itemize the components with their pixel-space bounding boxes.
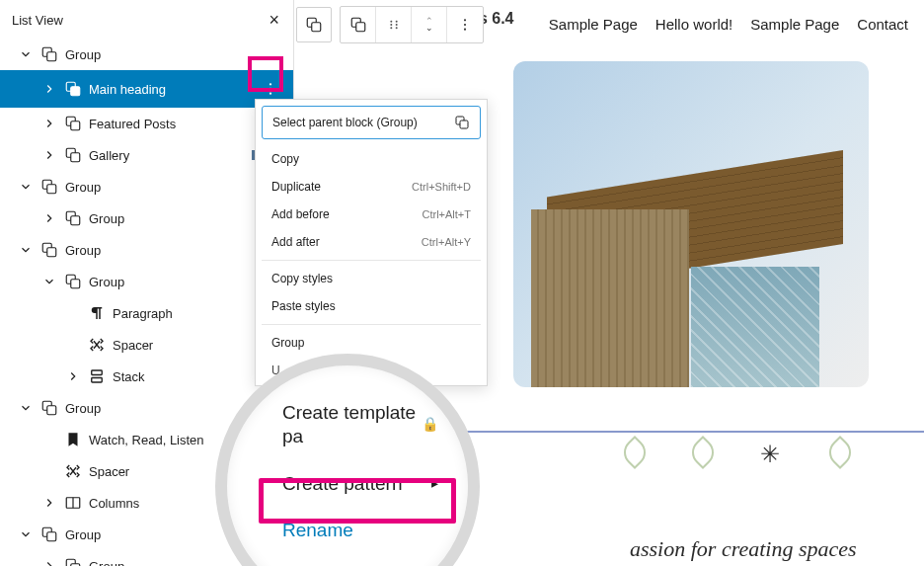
spacer — [65, 337, 81, 353]
menu-label: Paste styles — [271, 299, 336, 313]
chevron-right-icon[interactable] — [41, 558, 57, 566]
toolbar-drag-handle[interactable] — [376, 7, 412, 42]
svg-rect-1 — [47, 52, 56, 61]
menu-copy[interactable]: Copy — [262, 145, 481, 173]
nav-link[interactable]: Sample Page — [549, 16, 638, 33]
group-icon — [63, 145, 83, 165]
menu-label: Rename — [282, 519, 353, 542]
tree-item[interactable]: Group — [0, 202, 293, 234]
kbd-shortcut: Ctrl+Shift+D — [412, 181, 471, 193]
svg-rect-47 — [460, 121, 468, 128]
select-parent-block-button[interactable]: Select parent block (Group) — [262, 106, 481, 139]
group-icon — [39, 177, 59, 197]
menu-rename[interactable]: Rename — [282, 507, 438, 554]
tree-item[interactable]: Main heading — [0, 70, 293, 108]
list-view-header: List View × — [0, 0, 293, 39]
chevron-right-icon[interactable] — [41, 81, 57, 97]
tree-item[interactable]: Paragraph — [0, 297, 293, 329]
hero-image — [513, 61, 869, 387]
menu-label: Copy — [271, 152, 299, 166]
leaf-icon — [686, 436, 720, 469]
tree-item[interactable]: Group — [0, 266, 293, 297]
stack-icon — [87, 366, 107, 386]
svg-point-6 — [270, 93, 271, 95]
svg-point-43 — [464, 19, 466, 21]
menu-move-to[interactable]: Move to — [282, 554, 438, 566]
svg-rect-12 — [47, 185, 56, 194]
svg-point-40 — [395, 24, 397, 26]
toolbar-parent-block-button[interactable] — [296, 7, 332, 42]
block-options-menu: Select parent block (Group) Copy Duplica… — [255, 99, 488, 386]
chevron-right-icon[interactable] — [41, 210, 57, 226]
svg-rect-3 — [71, 87, 80, 96]
svg-rect-18 — [71, 280, 80, 288]
menu-duplicate[interactable]: DuplicateCtrl+Shift+D — [262, 173, 481, 201]
menu-label: Group — [271, 336, 304, 350]
svg-rect-36 — [355, 23, 364, 32]
svg-rect-24 — [47, 406, 56, 415]
menu-label: Create template pa — [282, 401, 422, 448]
chevron-down-icon[interactable] — [18, 400, 34, 416]
chevron-down-icon[interactable] — [18, 179, 34, 195]
chevron-down-icon[interactable] — [41, 274, 57, 289]
submenu-arrow-icon: ▸ — [431, 475, 438, 493]
menu-paste-styles[interactable]: Paste styles — [262, 292, 481, 320]
list-view-title: List View — [12, 13, 63, 28]
svg-rect-30 — [47, 532, 56, 541]
nav-link[interactable]: Contact — [857, 16, 908, 33]
tree-item[interactable]: Group — [0, 234, 293, 266]
tree-item[interactable]: Spacer — [0, 329, 293, 361]
chevron-right-icon[interactable] — [41, 147, 57, 163]
group-icon — [63, 556, 83, 566]
group-icon — [454, 115, 470, 130]
menu-copy-styles[interactable]: Copy styles — [262, 265, 481, 292]
tree-item[interactable]: Stack — [0, 361, 293, 392]
tree-item[interactable]: Gallery — [0, 139, 293, 171]
group-icon — [63, 114, 83, 133]
bookmark-icon — [63, 430, 83, 449]
toolbar-move-buttons[interactable]: ⌃⌄ — [412, 7, 447, 42]
chevron-down-icon[interactable] — [18, 526, 34, 542]
tagline-text: assion for creating spaces — [630, 536, 857, 562]
toolbar-more-button[interactable] — [447, 7, 483, 42]
menu-add-after[interactable]: Add afterCtrl+Alt+Y — [262, 228, 481, 256]
svg-point-44 — [464, 24, 466, 26]
chevron-right-icon[interactable] — [65, 368, 81, 384]
paragraph-icon — [87, 303, 107, 323]
tree-item[interactable]: Group — [0, 171, 293, 202]
chevron-right-icon[interactable] — [41, 116, 57, 131]
svg-rect-22 — [92, 378, 103, 383]
nav-link[interactable]: Hello world! — [655, 16, 732, 33]
svg-point-4 — [270, 83, 271, 85]
spacer-icon — [63, 461, 83, 481]
kbd-shortcut: Ctrl+Alt+Y — [422, 236, 471, 248]
menu-create-template-part[interactable]: Create template pa 🔒 — [282, 389, 438, 460]
menu-group[interactable]: Group — [262, 329, 481, 357]
lock-icon: 🔒 — [422, 416, 438, 434]
tree-item-label: Group — [65, 47, 289, 62]
group-icon — [39, 240, 59, 260]
tree-item[interactable]: Featured Posts — [0, 108, 293, 139]
chevron-down-icon[interactable] — [18, 46, 34, 62]
svg-point-38 — [395, 21, 397, 23]
group-icon — [63, 208, 83, 228]
menu-label: Create pattern — [282, 472, 402, 496]
leaf-icon — [823, 436, 857, 469]
chevron-down-icon[interactable] — [18, 242, 34, 258]
menu-create-pattern[interactable]: Create pattern ▸ — [282, 460, 438, 508]
tree-item[interactable]: Group — [0, 39, 293, 70]
menu-add-before[interactable]: Add beforeCtrl+Alt+T — [262, 201, 481, 228]
group-icon — [63, 79, 83, 99]
tree-item-label: Gallery — [89, 148, 246, 163]
nav-link[interactable]: Sample Page — [750, 16, 839, 33]
site-nav: Sample Page Hello world! Sample Page Con… — [549, 4, 908, 43]
close-icon[interactable]: × — [269, 10, 279, 31]
svg-rect-10 — [71, 153, 80, 162]
toolbar-block-type-button[interactable] — [341, 7, 376, 42]
tree-item-label: Main heading — [89, 82, 252, 97]
leaf-icon — [618, 436, 652, 469]
toolbar-group: ⌃⌄ — [340, 6, 484, 43]
asterisk-icon: ✳ — [760, 441, 784, 464]
chevron-right-icon[interactable] — [41, 495, 57, 511]
spacer — [65, 305, 81, 321]
